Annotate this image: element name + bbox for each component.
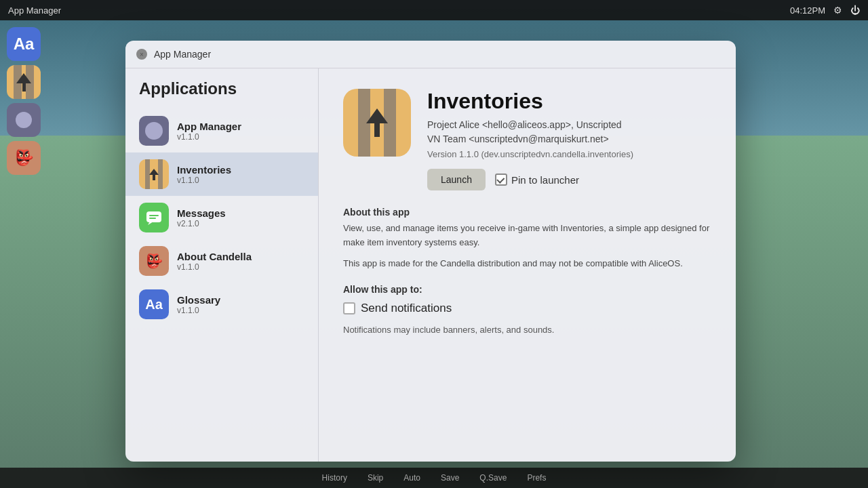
list-version-messages: v2.1.0 xyxy=(177,219,226,228)
list-name-candella: About Candella xyxy=(177,251,252,262)
topbar: App Manager 04:12PM ⚙ ⏻ xyxy=(0,0,868,20)
topbar-right: 04:12PM ⚙ ⏻ xyxy=(790,5,860,16)
list-info-glossary: Glossary v1.1.0 xyxy=(177,294,220,315)
bottombar-prefs[interactable]: Prefs xyxy=(527,473,546,483)
app-list-panel: Applications App Manager v1.1.0 xyxy=(125,68,319,462)
bottombar-skip[interactable]: Skip xyxy=(368,473,383,483)
topbar-title: App Manager xyxy=(8,5,61,16)
pin-to-launcher-label[interactable]: Pin to launcher xyxy=(495,174,579,186)
list-info-appmgr: App Manager v1.1.0 xyxy=(177,121,241,142)
detail-inv-arrow xyxy=(366,108,388,137)
inv-arrow xyxy=(149,169,159,180)
about-title: About this app xyxy=(343,207,711,218)
svg-rect-0 xyxy=(146,211,161,222)
glossary-label: Aa xyxy=(14,35,35,54)
pin-checkbox[interactable] xyxy=(495,174,507,186)
glossary-list-label: Aa xyxy=(145,297,163,312)
checkbox-checkmark xyxy=(496,175,505,183)
list-item-candella[interactable]: 👺 About Candella v1.1.0 xyxy=(125,239,318,283)
about-text1: View, use, and manage items you receive … xyxy=(343,222,711,250)
svg-rect-2 xyxy=(149,215,159,216)
list-version-inventories: v1.1.0 xyxy=(177,176,231,185)
list-icon-inventories xyxy=(139,159,169,189)
notifications-info: Notifications may include banners, alert… xyxy=(343,325,711,335)
launcher-item-inventories[interactable] xyxy=(7,65,41,99)
candella-list-emoji: 👺 xyxy=(146,253,163,269)
bottombar-history[interactable]: History xyxy=(322,473,347,483)
launch-button[interactable]: Launch xyxy=(427,169,486,190)
dialog-body: Applications App Manager v1.1.0 xyxy=(125,68,736,462)
author-line2: VN Team <unscriptedvn@marquiskurt.net> xyxy=(427,134,609,144)
detail-actions: Launch Pin to launcher xyxy=(427,169,711,190)
dialog-close-button[interactable]: × xyxy=(136,49,147,60)
about-section: About this app View, use, and manage ite… xyxy=(343,207,711,270)
list-icon-candella: 👺 xyxy=(139,246,169,276)
app-detail-info: Inventories Project Alice <hello@aliceos… xyxy=(427,89,711,190)
list-item-inventories[interactable]: Inventories v1.1.0 xyxy=(125,152,318,196)
list-item-messages[interactable]: Messages v2.1.0 xyxy=(125,196,318,239)
detail-app-icon xyxy=(343,89,411,157)
dialog-titlebar: × App Manager xyxy=(125,41,736,68)
bottombar: History Skip Auto Save Q.Save Prefs xyxy=(0,468,868,488)
dialog-title-label: App Manager xyxy=(154,49,211,60)
list-info-candella: About Candella v1.1.0 xyxy=(177,251,252,272)
bottombar-auto[interactable]: Auto xyxy=(403,473,420,483)
settings-icon[interactable]: ⚙ xyxy=(833,5,842,16)
app-list-heading: Applications xyxy=(125,79,318,109)
svg-rect-3 xyxy=(149,218,156,219)
list-name-appmgr: App Manager xyxy=(177,121,241,132)
notifications-checkbox[interactable] xyxy=(343,302,355,314)
bottombar-save[interactable]: Save xyxy=(441,473,459,483)
detail-app-name: Inventories xyxy=(427,89,711,114)
app-detail-panel: Inventories Project Alice <hello@aliceos… xyxy=(319,68,736,462)
detail-app-author: Project Alice <hello@aliceos.app>, Unscr… xyxy=(427,118,711,146)
launcher-item-glossary[interactable]: Aa xyxy=(7,27,41,61)
allow-section: Allow this app to: Send notifications No… xyxy=(343,284,711,335)
list-version-appmgr: v1.1.0 xyxy=(177,132,241,142)
app-detail-header: Inventories Project Alice <hello@aliceos… xyxy=(343,89,711,190)
list-icon-messages xyxy=(139,203,169,232)
list-name-glossary: Glossary xyxy=(177,294,220,306)
author-line1: Project Alice <hello@aliceos.app>, Unscr… xyxy=(427,119,622,130)
launcher-sidebar: Aa 👺 xyxy=(0,20,47,468)
inv-stripe-right xyxy=(158,159,163,189)
power-icon[interactable]: ⏻ xyxy=(850,5,860,16)
bottombar-qsave[interactable]: Q.Save xyxy=(479,473,507,483)
topbar-time: 04:12PM xyxy=(790,5,825,16)
list-name-inventories: Inventories xyxy=(177,164,231,176)
list-item-appmgr[interactable]: App Manager v1.1.0 xyxy=(125,109,318,152)
launcher-item-candella[interactable]: 👺 xyxy=(7,141,41,175)
candella-emoji: 👺 xyxy=(15,149,33,167)
pin-label-text: Pin to launcher xyxy=(511,174,579,186)
inv-arrow-stem xyxy=(153,175,155,180)
list-icon-glossary: Aa xyxy=(139,289,169,319)
inv-arrowhead xyxy=(149,169,159,175)
appmgr-circle-icon xyxy=(16,112,32,128)
detail-inv-stem xyxy=(374,123,380,137)
list-name-messages: Messages xyxy=(177,207,226,219)
allow-title: Allow this app to: xyxy=(343,284,711,295)
detail-app-version: Version 1.1.0 (dev.unscriptedvn.candella… xyxy=(427,149,711,159)
list-info-inventories: Inventories v1.1.0 xyxy=(177,164,231,185)
allow-item-notifications: Send notifications xyxy=(343,302,711,315)
messages-svg-icon xyxy=(144,208,163,227)
launcher-item-appmgr[interactable] xyxy=(7,103,41,137)
close-icon: × xyxy=(140,51,144,58)
appmgr-icon-circle xyxy=(145,122,163,140)
notifications-label: Send notifications xyxy=(361,302,452,315)
about-text2: This app is made for the Candella distri… xyxy=(343,257,711,271)
list-icon-appmgr xyxy=(139,116,169,146)
detail-inv-arrowhead xyxy=(366,108,388,123)
list-info-messages: Messages v2.1.0 xyxy=(177,207,226,228)
app-manager-dialog: × App Manager Applications App Manager v… xyxy=(125,41,736,462)
list-version-candella: v1.1.0 xyxy=(177,262,252,272)
list-version-glossary: v1.1.0 xyxy=(177,306,220,315)
list-item-glossary[interactable]: Aa Glossary v1.1.0 xyxy=(125,283,318,326)
